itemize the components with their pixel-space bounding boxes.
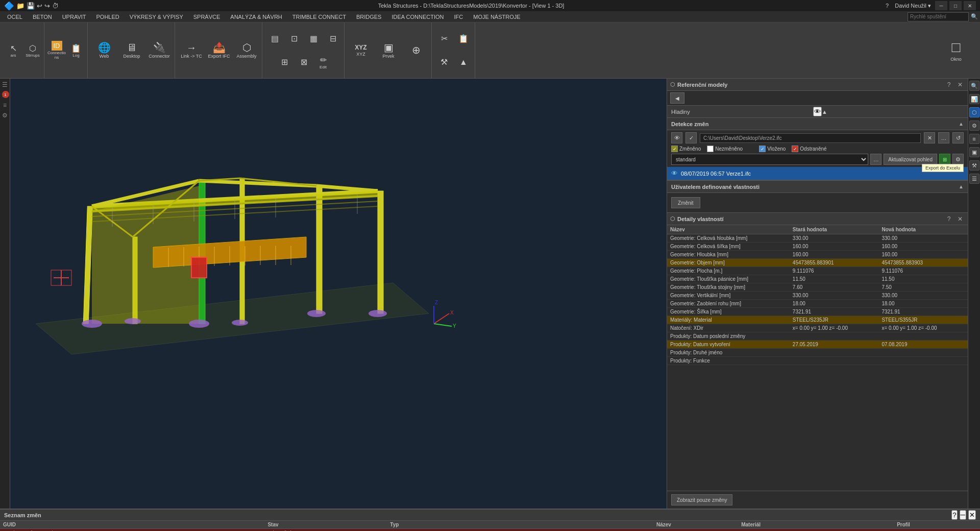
menu-ocel[interactable]: OCEL: [2, 13, 28, 21]
menu-idea[interactable]: IDEA CONNECTION: [386, 13, 449, 21]
rs-btn-6[interactable]: ▣: [969, 147, 979, 157]
details-row: Geometrie: Zaoblení rohu [mm]18.0018.00: [667, 300, 968, 308]
details-help[interactable]: ?: [944, 214, 953, 224]
close-button[interactable]: ✕: [964, 1, 976, 10]
menu-trimble[interactable]: TRIMBLE CONNECT: [287, 13, 351, 21]
quick-launch-input[interactable]: [908, 12, 969, 21]
rs-btn-2[interactable]: 📊: [969, 94, 979, 104]
hladiny-collapse[interactable]: ▲: [822, 109, 964, 115]
update-view-btn[interactable]: Aktualizovat pohled: [884, 154, 937, 165]
stirrups-tool[interactable]: ⬡Stirrups: [23, 39, 42, 62]
show-only-btn[interactable]: Zobrazit pouze změny: [671, 494, 732, 505]
list-content[interactable]: GUID Stav Typ Název Materiál Profil 3Pc1…: [0, 521, 980, 531]
back-button[interactable]: ◀: [670, 92, 684, 104]
assembly-tool[interactable]: ⬡Assembly: [233, 38, 260, 63]
view-tool-4[interactable]: ⊟: [324, 28, 342, 50]
menu-upravit[interactable]: UPRAVIT: [57, 13, 91, 21]
options-btn[interactable]: …: [870, 154, 881, 165]
view-tool-3[interactable]: ▦: [304, 28, 323, 50]
nav-settings[interactable]: ⚙: [1, 111, 9, 119]
menu-pohled[interactable]: POHLED: [91, 13, 125, 21]
file-close[interactable]: ✕: [924, 132, 935, 143]
ref-models-help[interactable]: ?: [944, 80, 953, 89]
menu-ifc[interactable]: IFC: [449, 13, 469, 21]
settings-btn[interactable]: ⚙: [952, 154, 964, 165]
copy-tool[interactable]: 📋: [454, 28, 473, 50]
detection-header: Detekce změn ▲: [667, 118, 968, 130]
export-ifc-tool[interactable]: 📤Export IFC: [206, 38, 232, 63]
menu-bridges[interactable]: BRIDGES: [351, 13, 387, 21]
rs-btn-3[interactable]: ⬡: [969, 107, 979, 117]
xyz-tool[interactable]: XYZXYZ: [348, 38, 374, 63]
connector-tool[interactable]: 🔌Connector: [146, 38, 173, 63]
details-close[interactable]: ✕: [955, 214, 965, 224]
check-toggle[interactable]: ✓: [685, 132, 697, 143]
connections-tool[interactable]: ID Connections: [47, 39, 66, 62]
maximize-button[interactable]: □: [949, 1, 962, 10]
rs-btn-4[interactable]: ⚙: [969, 120, 979, 131]
detail-name: Produkty: Druhé jméno: [667, 349, 790, 357]
snap-tool[interactable]: ⊕: [403, 38, 429, 63]
rs-btn-1[interactable]: 🔍: [969, 81, 979, 91]
desktop-tool[interactable]: 🖥Desktop: [118, 38, 145, 63]
nav-layers[interactable]: ≡: [1, 101, 9, 109]
hladiny-eye[interactable]: 👁: [813, 107, 822, 116]
rs-btn-5[interactable]: ≡: [969, 134, 979, 144]
list-minimize[interactable]: ─: [960, 510, 966, 520]
paint-tool[interactable]: ⚒: [435, 51, 453, 74]
select-tool[interactable]: ↖ars: [4, 39, 22, 62]
view-tool-6[interactable]: ⊠: [295, 51, 313, 74]
log-tool[interactable]: 📋Log: [67, 39, 85, 62]
nav-toggle[interactable]: ☰: [1, 81, 9, 89]
file-more[interactable]: …: [938, 132, 949, 143]
ref-models-close[interactable]: ✕: [955, 80, 965, 89]
user-props-collapse[interactable]: ▲: [959, 184, 964, 189]
detail-old: 330.00: [790, 292, 879, 300]
rs-btn-7[interactable]: ⚒: [969, 160, 979, 171]
file-refresh[interactable]: ↺: [952, 132, 964, 143]
detail-name: Geometrie: Hloubka [mm]: [667, 251, 790, 259]
view-tool-5[interactable]: ⊞: [275, 51, 293, 74]
details-content[interactable]: Název Stará hodnota Nová hodnota Geometr…: [667, 225, 968, 491]
viewport-3d[interactable]: X Y Z: [10, 79, 667, 509]
edit-tool[interactable]: ✏Edit: [314, 51, 332, 74]
cb-inserted[interactable]: Vloženo: [759, 146, 786, 152]
standard-select[interactable]: standard: [671, 154, 868, 165]
list-row[interactable]: 3Pc1lq7Mv42futZKOgLtjAOdstraněnéIFCFASTE…: [0, 529, 980, 532]
list-col-profil: Profil: [894, 521, 980, 529]
details-row: Materiály: MaterialSTEEL/S235JRSTEEL/S35…: [667, 316, 968, 324]
export-excel-btn[interactable]: ⊞: [939, 154, 950, 165]
list-close[interactable]: ✕: [968, 510, 976, 520]
detail-old: [790, 357, 879, 365]
menu-spravce[interactable]: SPRÁVCE: [188, 13, 226, 21]
cut-tool[interactable]: ✂: [435, 28, 453, 50]
triangle-tool[interactable]: ▲: [454, 51, 473, 74]
detection-collapse[interactable]: ▲: [959, 121, 964, 127]
view-tool-1[interactable]: ▤: [265, 28, 284, 50]
details-title: Detaily vlastností: [677, 216, 942, 222]
detail-new: [878, 332, 968, 341]
list-col-stav: Stav: [264, 521, 387, 529]
details-panel: ⬡ Detaily vlastností ? ✕ Název Stará hod…: [667, 213, 968, 509]
svg-point-32: [232, 320, 248, 326]
view-tool-2[interactable]: ⊡: [285, 28, 303, 50]
cb-changed[interactable]: Změněno: [671, 146, 701, 152]
zmenit-button[interactable]: Změnit: [671, 197, 700, 208]
menu-beton[interactable]: BETON: [28, 13, 57, 21]
help-icon[interactable]: ?: [884, 3, 891, 9]
cb-unchanged[interactable]: Nezměněno: [707, 146, 743, 152]
list-help[interactable]: ?: [951, 510, 957, 520]
user-menu[interactable]: David Neužil ▾: [893, 3, 933, 9]
menu-vykresy[interactable]: VÝKRESY & VÝPISY: [125, 13, 188, 21]
cb-removed[interactable]: Odstraněné: [792, 146, 826, 152]
link-tc-tool[interactable]: →Link -> TC: [178, 38, 205, 63]
menu-analyza[interactable]: ANALÝZA & NÁVRH: [225, 13, 287, 21]
window-tool[interactable]: □ Okno: [938, 30, 974, 71]
eye-toggle[interactable]: 👁: [671, 132, 682, 143]
web-tool[interactable]: 🌐Web: [91, 38, 117, 63]
detail-name: Geometrie: Tloušťka stojiny [mm]: [667, 283, 790, 292]
prvek-tool[interactable]: ▣Prvek: [375, 38, 402, 63]
menu-moje[interactable]: MOJE NÁSTROJE: [468, 13, 525, 21]
rs-btn-8[interactable]: ☰: [969, 174, 979, 184]
minimize-button[interactable]: ─: [935, 1, 947, 10]
